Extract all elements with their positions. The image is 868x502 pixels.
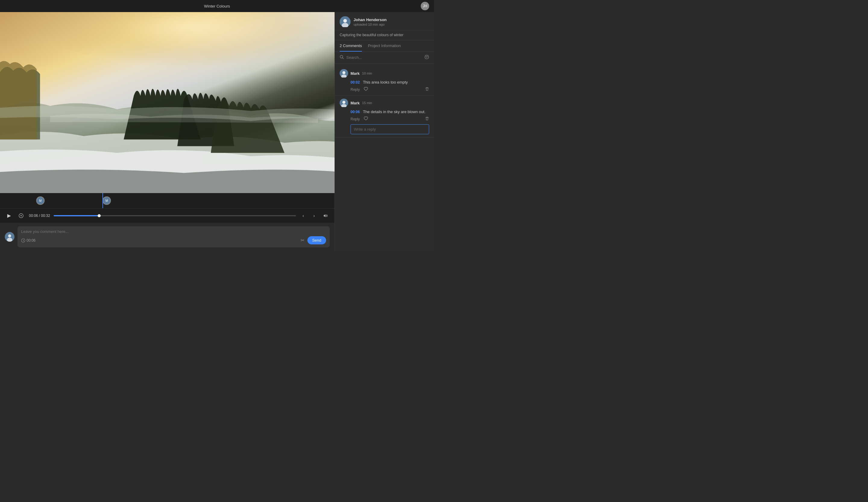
comment-input-box: 00:06 ✂ Send [18, 226, 330, 248]
svg-rect-1 [0, 12, 334, 193]
svg-point-9 [8, 234, 11, 238]
tab-project-info[interactable]: Project Information [368, 40, 401, 52]
uploader-meta: uploaded 10 min ago [353, 23, 387, 26]
comment-item-2: Mark 15 min 00:06 The details in the sky… [335, 96, 434, 138]
reply-input-field[interactable] [351, 124, 429, 134]
svg-point-18 [342, 71, 345, 74]
topbar: Winter Colours JH [0, 0, 434, 12]
comments-list: Mark 10 min 00:02 This area looks too em… [335, 64, 434, 251]
comment-timestamp-tag-2[interactable]: 00:06 [351, 110, 360, 114]
comments-panel: Johan Henderson uploaded 10 min ago Capt… [334, 12, 434, 251]
main-layout: M M ▶ [0, 12, 434, 251]
search-field[interactable] [346, 55, 422, 60]
search-row [335, 52, 434, 64]
svg-text:M: M [39, 199, 42, 202]
comment-time-2: 15 min [362, 101, 372, 105]
controls-row: ▶ 00:06 / 00:32 ‹ › [5, 211, 330, 220]
video-panel: M M ▶ [0, 12, 334, 251]
reply-input-container [340, 124, 429, 134]
reply-button-2[interactable]: Reply [351, 117, 360, 121]
uploader-section: Johan Henderson uploaded 10 min ago [335, 12, 434, 30]
comment-text-1: This area looks too empty [363, 80, 408, 84]
progress-handle[interactable] [98, 214, 101, 217]
controls-bar: ▶ 00:06 / 00:32 ‹ › [0, 208, 334, 223]
progress-bar[interactable] [54, 215, 296, 216]
comment-author-2: Mark [351, 101, 360, 105]
tabs-row: 2 Comments Project Information [335, 40, 434, 52]
comment-timestamp-tag-1[interactable]: 00:02 [351, 80, 360, 84]
annotation-button[interactable] [17, 211, 25, 220]
next-comment-button[interactable]: › [310, 212, 318, 219]
timeline-marker-2[interactable]: M [103, 197, 111, 205]
filter-button[interactable] [424, 54, 429, 60]
timeline-area[interactable]: M M [0, 193, 334, 208]
comment-item: Mark 10 min 00:02 This area looks too em… [335, 66, 434, 96]
comment-footer-1: Reply [340, 87, 429, 92]
scissors-button[interactable]: ✂ [300, 238, 304, 243]
timeline-marker-1[interactable]: M [36, 197, 45, 205]
comment-header: Mark 10 min [340, 69, 429, 78]
video-container[interactable] [0, 12, 334, 193]
tab-comments[interactable]: 2 Comments [340, 40, 362, 52]
play-button[interactable]: ▶ [5, 211, 13, 220]
search-icon [340, 55, 344, 60]
comment-time-1: 10 min [362, 71, 372, 75]
comment-body-1: 00:02 This area looks too empty [340, 79, 429, 85]
project-description: Capturing the beautiful colours of winte… [335, 30, 434, 40]
svg-text:M: M [105, 199, 108, 202]
svg-point-7 [21, 215, 22, 216]
volume-button[interactable] [321, 211, 330, 220]
comment-input-footer: 00:06 ✂ Send [21, 236, 326, 244]
send-button[interactable]: Send [307, 236, 326, 244]
comment-timestamp: 00:06 [21, 238, 35, 243]
uploader-avatar [340, 16, 351, 27]
prev-comment-button[interactable]: ‹ [300, 212, 307, 219]
comment-author-1: Mark [351, 71, 360, 76]
comment-text-field[interactable] [21, 229, 326, 234]
comment-actions: ✂ Send [300, 236, 326, 244]
commenter-avatar [5, 232, 14, 242]
svg-point-21 [342, 101, 345, 104]
video-scene [0, 12, 334, 193]
comment-header-2: Mark 15 min [340, 99, 429, 107]
svg-rect-0 [0, 12, 334, 112]
clock-icon [21, 238, 25, 243]
comment-body-2: 00:06 The details in the sky are blown o… [340, 109, 429, 114]
delete-button-2[interactable] [425, 117, 429, 122]
comment-avatar-1 [340, 69, 348, 78]
uploader-name: Johan Henderson [353, 18, 387, 22]
comment-text-2: The details in the sky are blown out. [363, 110, 425, 114]
progress-fill [54, 215, 99, 216]
svg-point-13 [343, 19, 347, 23]
time-display: 00:06 / 00:32 [29, 214, 50, 218]
like-button-2[interactable] [363, 116, 368, 122]
reply-button-1[interactable]: Reply [351, 88, 360, 92]
comment-avatar-2 [340, 99, 348, 107]
delete-button-1[interactable] [425, 87, 429, 92]
uploader-info: Johan Henderson uploaded 10 min ago [353, 18, 387, 26]
thumbnail-strip: M M [0, 193, 334, 208]
like-button-1[interactable] [363, 87, 368, 92]
comment-input-area: 00:06 ✂ Send [0, 223, 334, 251]
topbar-title: Winter Colours [204, 4, 230, 8]
user-avatar[interactable]: JH [421, 2, 429, 10]
comment-footer-2: Reply [340, 116, 429, 122]
